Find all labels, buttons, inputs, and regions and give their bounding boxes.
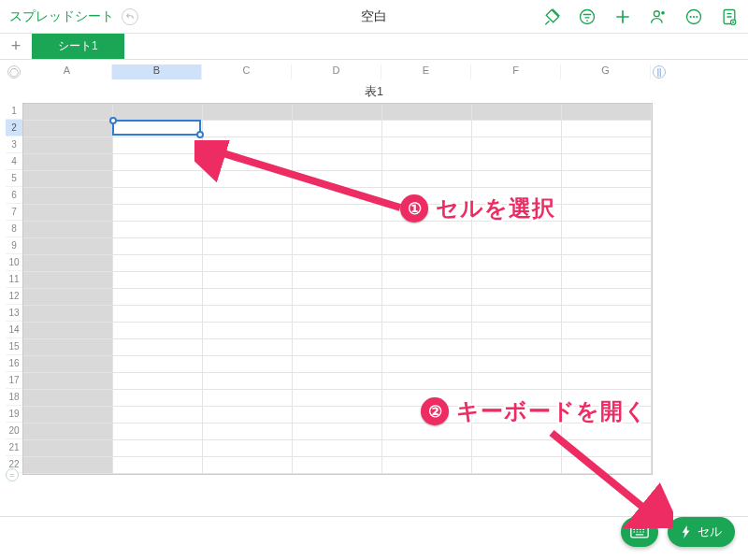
cell-E12[interactable] xyxy=(382,289,472,306)
cell-C8[interactable] xyxy=(203,222,293,238)
cell-G9[interactable] xyxy=(562,238,652,255)
cell-C14[interactable] xyxy=(203,323,293,339)
cell-E17[interactable] xyxy=(382,373,472,390)
cell-G5[interactable] xyxy=(562,171,652,188)
cell-B7[interactable] xyxy=(113,205,203,222)
row-header-4[interactable]: 4 xyxy=(6,153,22,170)
cell-D17[interactable] xyxy=(293,373,382,390)
cell-F4[interactable] xyxy=(472,154,562,171)
cell-E1[interactable] xyxy=(382,104,472,121)
cell-A10[interactable] xyxy=(23,255,113,272)
cell-F21[interactable] xyxy=(472,440,562,457)
cell-C17[interactable] xyxy=(203,373,293,390)
column-header-F[interactable]: F xyxy=(471,65,561,79)
cell-F19[interactable] xyxy=(472,407,562,424)
selected-cell-highlight[interactable] xyxy=(112,120,201,136)
add-icon[interactable] xyxy=(613,7,632,26)
cell-A11[interactable] xyxy=(23,272,113,289)
column-header-E[interactable]: E xyxy=(381,65,471,79)
cell-C19[interactable] xyxy=(203,407,293,424)
cell-F17[interactable] xyxy=(472,373,562,390)
cell-A17[interactable] xyxy=(23,373,113,390)
cell-E19[interactable] xyxy=(382,407,472,424)
cell-B12[interactable] xyxy=(113,289,203,306)
column-header-C[interactable]: C xyxy=(202,65,292,79)
row-header-12[interactable]: 12 xyxy=(6,288,22,305)
cell-B8[interactable] xyxy=(113,222,203,238)
row-add-handle[interactable]: = xyxy=(6,468,19,481)
row-header-2[interactable]: 2 xyxy=(6,120,22,136)
cell-G12[interactable] xyxy=(562,289,652,306)
cell-A22[interactable] xyxy=(23,457,113,474)
cell-A21[interactable] xyxy=(23,440,113,457)
back-to-spreadsheets[interactable]: スプレッドシート xyxy=(9,8,138,25)
cell-B10[interactable] xyxy=(113,255,203,272)
cell-F22[interactable] xyxy=(472,457,562,474)
cell-B1[interactable] xyxy=(113,104,203,121)
cell-A19[interactable] xyxy=(23,407,113,424)
cell-G22[interactable] xyxy=(562,457,652,474)
cell-E4[interactable] xyxy=(382,154,472,171)
cell-C13[interactable] xyxy=(203,306,293,323)
row-header-1[interactable]: 1 xyxy=(6,103,22,120)
cell-G17[interactable] xyxy=(562,373,652,390)
cell-B22[interactable] xyxy=(113,457,203,474)
cell-C6[interactable] xyxy=(203,188,293,205)
cell-B5[interactable] xyxy=(113,171,203,188)
sheet-tab-1[interactable]: シート1 xyxy=(32,34,124,59)
column-header-A[interactable]: A xyxy=(22,65,112,79)
cell-F12[interactable] xyxy=(472,289,562,306)
cell-A4[interactable] xyxy=(23,154,113,171)
cell-G21[interactable] xyxy=(562,440,652,457)
cell-A9[interactable] xyxy=(23,238,113,255)
keyboard-button[interactable] xyxy=(621,517,658,547)
cell-C2[interactable] xyxy=(203,121,293,137)
cell-G15[interactable] xyxy=(562,339,652,356)
cell-A5[interactable] xyxy=(23,171,113,188)
cell-A8[interactable] xyxy=(23,222,113,238)
cell-D8[interactable] xyxy=(293,222,382,238)
cell-G7[interactable] xyxy=(562,205,652,222)
selection-handle-tl[interactable] xyxy=(109,117,117,124)
table-title[interactable]: 表1 xyxy=(6,80,742,103)
cell-A15[interactable] xyxy=(23,339,113,356)
column-header-B[interactable]: B xyxy=(112,65,202,79)
row-header-21[interactable]: 21 xyxy=(6,439,22,456)
cell-G3[interactable] xyxy=(562,137,652,154)
cell-C4[interactable] xyxy=(203,154,293,171)
cell-edit-button[interactable]: セル xyxy=(668,517,735,547)
cell-B20[interactable] xyxy=(113,424,203,440)
grid[interactable] xyxy=(22,103,653,475)
row-header-7[interactable]: 7 xyxy=(6,204,22,221)
cell-B19[interactable] xyxy=(113,407,203,424)
cell-A6[interactable] xyxy=(23,188,113,205)
cell-D14[interactable] xyxy=(293,323,382,339)
cell-G14[interactable] xyxy=(562,323,652,339)
row-header-13[interactable]: 13 xyxy=(6,305,22,322)
cell-D9[interactable] xyxy=(293,238,382,255)
cell-A13[interactable] xyxy=(23,306,113,323)
cell-C3[interactable] xyxy=(203,137,293,154)
cell-E3[interactable] xyxy=(382,137,472,154)
cell-E10[interactable] xyxy=(382,255,472,272)
cell-G18[interactable] xyxy=(562,390,652,407)
cell-C9[interactable] xyxy=(203,238,293,255)
column-handle[interactable]: || xyxy=(651,65,668,79)
cell-D16[interactable] xyxy=(293,356,382,373)
cell-F20[interactable] xyxy=(472,424,562,440)
cell-E2[interactable] xyxy=(382,121,472,137)
cell-D10[interactable] xyxy=(293,255,382,272)
cell-C22[interactable] xyxy=(203,457,293,474)
cell-D20[interactable] xyxy=(293,424,382,440)
cell-G11[interactable] xyxy=(562,272,652,289)
cell-B18[interactable] xyxy=(113,390,203,407)
cell-A7[interactable] xyxy=(23,205,113,222)
cell-G2[interactable] xyxy=(562,121,652,137)
undo-icon[interactable] xyxy=(122,8,138,25)
cell-D21[interactable] xyxy=(293,440,382,457)
collaborate-icon[interactable] xyxy=(649,7,668,26)
cell-D12[interactable] xyxy=(293,289,382,306)
row-header-15[interactable]: 15 xyxy=(6,338,22,355)
cell-C18[interactable] xyxy=(203,390,293,407)
cell-B6[interactable] xyxy=(113,188,203,205)
